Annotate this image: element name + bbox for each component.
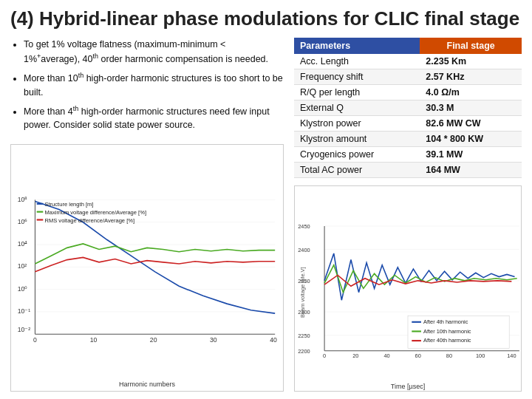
svg-text:30: 30 — [210, 336, 217, 344]
svg-text:Structure length [m]: Structure length [m] — [44, 201, 93, 208]
chart-left: 10⁸ 10⁶ 10⁴ 10² 10⁰ 10⁻¹ 10⁻² — [10, 144, 284, 392]
svg-text:100: 100 — [476, 353, 485, 360]
svg-rect-26 — [37, 219, 44, 221]
svg-text:0: 0 — [33, 336, 37, 344]
table-row: External Q30.3 M — [294, 100, 522, 116]
svg-text:2400: 2400 — [298, 247, 310, 253]
svg-text:20: 20 — [150, 336, 157, 344]
svg-text:10⁸: 10⁸ — [18, 196, 28, 203]
left-column: To get 1% voltage flatness (maximum-mini… — [10, 38, 284, 392]
table-cell-param: Frequency shift — [294, 69, 420, 85]
table-cell-param: R/Q per length — [294, 85, 420, 100]
table-cell-param: Cryogenics power — [294, 147, 420, 163]
svg-text:After 40th harmonic: After 40th harmonic — [423, 337, 471, 344]
table-row: Klystron amount104 * 800 KW — [294, 132, 522, 147]
content-row: To get 1% voltage flatness (maximum-mini… — [10, 38, 522, 392]
svg-text:10⁰: 10⁰ — [18, 285, 28, 293]
bullet-3: More than 4th high-order harmonic struct… — [24, 104, 284, 133]
svg-text:2250: 2250 — [298, 332, 310, 339]
table-cell-value: 30.3 M — [420, 100, 522, 116]
svg-text:Beam voltage [Me.V]: Beam voltage [Me.V] — [299, 267, 306, 318]
table-cell-value: 82.6 MW CW — [420, 116, 522, 132]
table-cell-param: External Q — [294, 100, 420, 116]
svg-rect-22 — [37, 203, 44, 205]
svg-text:Maximum voltage difference/Ave: Maximum voltage difference/Average [%] — [44, 209, 146, 216]
table-cell-value: 104 * 800 KW — [420, 132, 522, 147]
svg-text:10: 10 — [90, 336, 98, 344]
table-cell-value: 2.57 KHz — [420, 69, 522, 85]
table-header-final-stage: Final stage — [420, 38, 522, 54]
chart-left-xlabel: Harmonic numbers — [11, 381, 283, 388]
bullet-2: More than 10th high-order harmonic struc… — [24, 71, 284, 100]
svg-text:80: 80 — [446, 353, 452, 360]
svg-text:10⁴: 10⁴ — [18, 240, 28, 248]
svg-text:10²: 10² — [18, 263, 27, 270]
svg-text:10⁻²: 10⁻² — [18, 326, 31, 333]
table-cell-value: 39.1 MW — [420, 147, 522, 163]
svg-text:2200: 2200 — [298, 348, 310, 355]
page-title: (4) Hybrid-linear phase modulations for … — [10, 7, 522, 30]
page: (4) Hybrid-linear phase modulations for … — [0, 0, 532, 399]
table-row: Frequency shift2.57 KHz — [294, 69, 522, 85]
svg-text:40: 40 — [383, 353, 389, 360]
svg-text:0: 0 — [323, 353, 326, 360]
table-row: Total AC power164 MW — [294, 163, 522, 178]
svg-text:10⁻¹: 10⁻¹ — [18, 307, 31, 315]
table-row: R/Q per length4.0 Ω/m — [294, 85, 522, 100]
svg-text:10⁶: 10⁶ — [18, 218, 28, 225]
table-cell-value: 164 MW — [420, 163, 522, 178]
table-cell-param: Klystron amount — [294, 132, 420, 147]
svg-text:20: 20 — [352, 353, 358, 360]
svg-rect-56 — [412, 340, 421, 341]
table-row: Klystron power82.6 MW CW — [294, 116, 522, 132]
table-cell-param: Klystron power — [294, 116, 420, 132]
svg-text:2450: 2450 — [298, 223, 310, 230]
svg-text:60: 60 — [415, 353, 421, 360]
table-header-parameters: Parameters — [294, 38, 420, 54]
bullet-1: To get 1% voltage flatness (maximum-mini… — [24, 38, 284, 66]
right-column: Parameters Final stage Acc. Length2.235 … — [294, 38, 522, 392]
table-cell-value: 4.0 Ω/m — [420, 85, 522, 100]
svg-text:After 10th harmonic: After 10th harmonic — [423, 328, 471, 335]
parameters-table: Parameters Final stage Acc. Length2.235 … — [294, 38, 522, 178]
table-row: Acc. Length2.235 Km — [294, 54, 522, 69]
svg-text:40: 40 — [270, 336, 277, 344]
table-cell-param: Acc. Length — [294, 54, 420, 69]
svg-text:After 4th harmonic: After 4th harmonic — [423, 318, 468, 325]
table-cell-value: 2.235 Km — [420, 54, 522, 69]
bullet-list: To get 1% voltage flatness (maximum-mini… — [10, 38, 284, 137]
table-cell-param: Total AC power — [294, 163, 420, 178]
svg-rect-54 — [412, 331, 421, 332]
svg-text:140: 140 — [507, 353, 516, 360]
svg-rect-24 — [37, 211, 44, 213]
table-row: Cryogenics power39.1 MW — [294, 147, 522, 163]
chart-right: 2450 2400 2350 2300 2250 2200 Beam volta… — [294, 185, 522, 392]
svg-rect-52 — [412, 321, 421, 323]
svg-text:RMS voltage difference/Average: RMS voltage difference/Average [%] — [44, 217, 134, 224]
